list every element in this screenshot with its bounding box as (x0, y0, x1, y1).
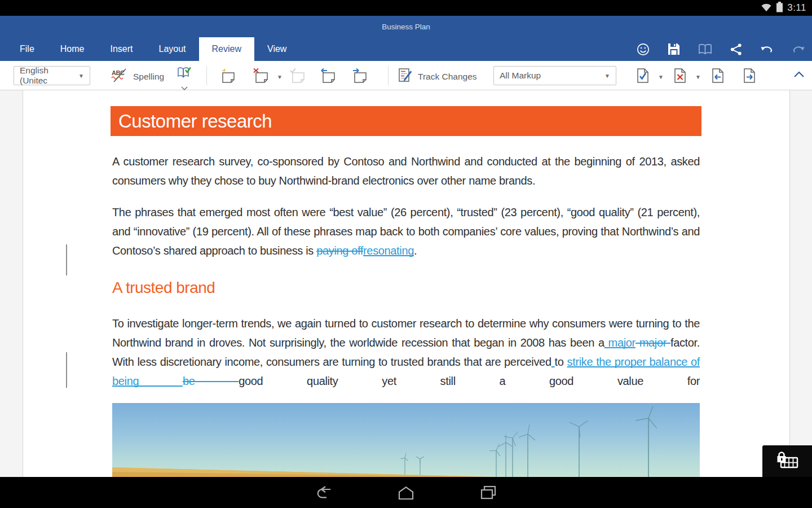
next-comment-icon (351, 68, 368, 86)
feedback-smiley-icon[interactable] (636, 42, 650, 56)
comment-done-icon (289, 68, 306, 86)
tab-review[interactable]: Review (199, 37, 254, 61)
spelling-button[interactable]: ABC Spelling (111, 68, 164, 86)
proofing-tools-button[interactable] (176, 66, 192, 93)
wifi-icon (761, 2, 772, 14)
previous-change-icon (710, 68, 725, 86)
wind-turbines-photo[interactable] (112, 403, 700, 477)
delete-comment-button[interactable]: ▼ (252, 68, 283, 86)
tab-view[interactable]: View (254, 37, 299, 61)
home-button-icon[interactable] (396, 485, 416, 501)
android-status-bar: 3:11 (0, 0, 812, 16)
chevron-down-icon: ▼ (695, 74, 701, 80)
tab-insert[interactable]: Insert (97, 37, 145, 61)
new-comment-icon (219, 68, 236, 86)
android-nav-bar (0, 477, 812, 508)
track-changes-label: Track Changes (418, 72, 477, 82)
delete-comment-icon (252, 68, 269, 86)
chevron-down-icon: ▼ (658, 74, 664, 80)
previous-comment-button[interactable] (319, 68, 336, 86)
body-text: good quality yet still a good value for (239, 375, 700, 387)
tab-layout[interactable]: Layout (145, 37, 198, 61)
word-app-window: 3:11 Business Plan File Home Insert Layo… (0, 0, 812, 508)
back-button-icon[interactable] (314, 485, 333, 501)
markup-view-dropdown[interactable]: All Markup ▼ (493, 66, 616, 85)
title-bar: Business Plan (0, 16, 812, 37)
heading1-text: Customer research (118, 111, 272, 132)
body-text: . (414, 244, 417, 257)
redo-icon[interactable] (791, 42, 805, 56)
deleted-text: be (183, 375, 239, 387)
inserted-text: resonating (363, 244, 414, 257)
paragraph-3[interactable]: To investigate longer-term trends, we ag… (112, 314, 700, 391)
accept-change-button[interactable]: ▼ (636, 68, 664, 86)
save-icon[interactable] (667, 42, 681, 56)
read-view-icon[interactable] (698, 42, 712, 56)
proofing-language-dropdown[interactable]: English (Unitec ▼ (14, 66, 90, 85)
track-changes-button[interactable]: Track Changes (398, 68, 477, 86)
battery-icon (776, 2, 783, 15)
ribbon-tabs: File Home Insert Layout Review View (0, 37, 299, 61)
next-change-button[interactable] (742, 68, 757, 86)
undo-icon[interactable] (760, 42, 774, 56)
chevron-down-icon: ▼ (604, 73, 610, 79)
paragraph-2[interactable]: The phrases that emerged most often were… (112, 203, 700, 260)
mark-comment-done-button[interactable] (289, 68, 306, 86)
document-canvas: Customer research A customer research su… (0, 90, 812, 477)
toolbar-divider (206, 66, 207, 85)
new-comment-button[interactable] (219, 68, 236, 86)
tracked-change-bar (66, 352, 67, 388)
paragraph-1[interactable]: A customer research survey, co-sponsored… (112, 152, 700, 190)
track-changes-icon (398, 68, 413, 86)
accept-change-icon (636, 68, 650, 86)
body-text: to (555, 356, 567, 368)
previous-comment-icon (319, 68, 336, 86)
dictionary-check-icon (176, 66, 192, 82)
heading2-text[interactable]: A trusted brand (112, 279, 215, 297)
share-icon[interactable] (729, 42, 743, 56)
chevron-down-icon: ▼ (78, 73, 84, 79)
language-value: English (Unitec (20, 65, 75, 86)
document-title: Business Plan (382, 23, 430, 31)
ribbon-tab-bar: File Home Insert Layout Review View (0, 37, 812, 61)
previous-change-button[interactable] (710, 68, 725, 86)
tracked-change-bar (66, 244, 67, 275)
spelling-label: Spelling (133, 72, 164, 82)
heading1-banner[interactable]: Customer research (111, 106, 701, 136)
keyboard-lock-icon (775, 450, 799, 472)
clock: 3:11 (787, 2, 806, 14)
next-change-icon (742, 68, 757, 86)
next-comment-button[interactable] (351, 68, 368, 86)
tab-home[interactable]: Home (47, 37, 98, 61)
deleted-text: major (636, 336, 670, 349)
titlebar-actions (636, 37, 805, 61)
reject-change-icon (673, 68, 687, 86)
chevron-up-icon (793, 70, 805, 80)
deleted-text: paying off (316, 244, 363, 257)
spelling-icon: ABC (111, 68, 129, 86)
reject-change-button[interactable]: ▼ (673, 68, 701, 86)
recents-button-icon[interactable] (479, 485, 498, 501)
inserted-text: major (604, 336, 636, 349)
toolbar-divider (388, 66, 389, 85)
keyboard-toggle-button[interactable] (762, 445, 812, 477)
collapse-ribbon-button[interactable] (793, 70, 805, 80)
markup-value: All Markup (500, 71, 541, 81)
chevron-down-icon: ▼ (277, 74, 283, 80)
tab-file[interactable]: File (7, 37, 47, 61)
review-ribbon: English (Unitec ▼ ABC Spelling (0, 61, 812, 90)
